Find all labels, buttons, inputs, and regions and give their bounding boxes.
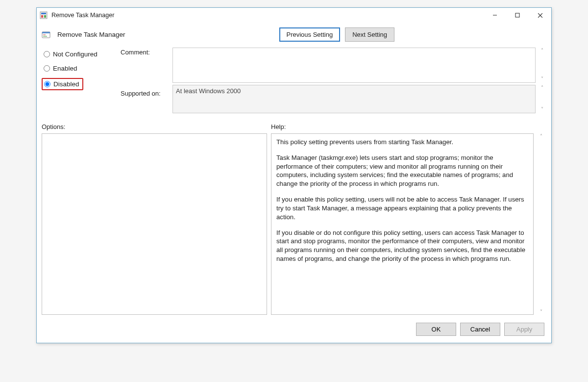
svg-rect-11 [43,36,47,37]
radio-disabled-label: Disabled [53,80,79,88]
svg-rect-2 [41,15,43,18]
comment-scroll-up-icon[interactable]: ˄ [539,48,545,53]
minimize-button[interactable] [484,8,506,23]
ok-button[interactable]: OK [416,323,456,336]
titlebar: Remove Task Manager [37,8,551,23]
policy-title: Remove Task Manager [57,31,125,38]
svg-rect-3 [44,15,46,18]
apply-button[interactable]: Apply [504,323,544,336]
previous-setting-button[interactable]: Previous Setting [279,27,341,42]
window-title: Remove Task Manager [51,12,484,19]
state-radio-group: Not Configured Enabled Disabled [42,48,118,90]
help-paragraph: Task Manager (taskmgr.exe) lets users st… [276,153,528,188]
supported-scroll-down-icon[interactable]: ˅ [539,106,545,112]
radio-enabled-label: Enabled [53,65,77,72]
policy-editor-window: Remove Task Manager R [36,7,552,343]
help-label: Help: [271,123,534,130]
svg-rect-10 [43,34,46,35]
policy-icon [42,30,50,39]
svg-rect-5 [515,13,519,17]
radio-not-configured[interactable]: Not Configured [42,50,118,59]
radio-not-configured-label: Not Configured [53,51,98,58]
panels-row: This policy setting prevents users from … [42,133,546,315]
maximize-button[interactable] [506,8,529,23]
supported-label: Supported on: [121,90,161,97]
close-button[interactable] [529,8,551,23]
svg-rect-1 [41,13,46,14]
help-paragraph: If you disable or do not configure this … [276,229,528,263]
app-icon [40,11,48,19]
cancel-button[interactable]: Cancel [460,323,500,336]
options-panel [42,133,267,315]
help-scroll-down-icon[interactable]: ˅ [538,309,544,315]
help-panel: This policy setting prevents users from … [271,133,534,315]
header-row: Remove Task Manager Previous Setting Nex… [42,25,546,45]
supported-scroll-up-icon[interactable]: ˄ [539,85,545,91]
next-setting-button[interactable]: Next Setting [345,27,394,42]
window-controls [484,8,551,23]
settings-grid: Not Configured Enabled Disabled Comment: [42,48,546,115]
dialog-footer: OK Cancel Apply [42,318,546,338]
svg-rect-9 [42,32,50,33]
radio-enabled[interactable]: Enabled [42,64,118,73]
comment-scroll-down-icon[interactable]: ˅ [539,76,545,82]
comment-label: Comment: [121,49,150,56]
comment-field[interactable] [172,48,536,83]
supported-field: At least Windows 2000 [172,85,536,113]
options-label: Options: [42,123,267,130]
help-paragraph: This policy setting prevents users from … [276,138,528,147]
help-paragraph: If you enable this policy setting, users… [276,195,528,221]
radio-disabled[interactable]: Disabled [42,78,83,90]
help-scroll-up-icon[interactable]: ˄ [538,133,544,139]
panels-header: Options: Help: [42,123,546,130]
